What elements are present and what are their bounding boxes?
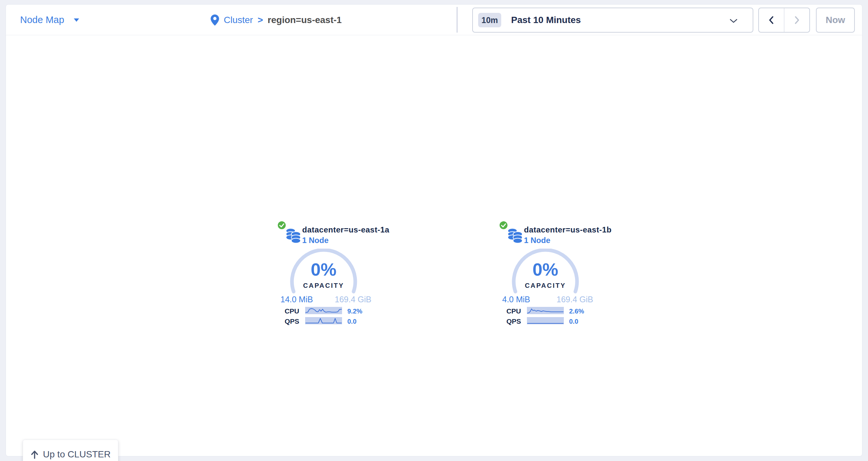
caret-down-icon — [73, 18, 80, 22]
view-selector-dropdown[interactable]: Node Map — [20, 5, 80, 35]
cpu-sparkline — [527, 307, 564, 314]
locality-name: datacenter=us-east-1b — [524, 225, 612, 234]
time-window-dropdown[interactable]: 10m Past 10 Minutes — [472, 7, 753, 33]
breadcrumb-separator: > — [258, 15, 263, 25]
view-selector-label: Node Map — [20, 14, 64, 25]
capacity-total: 169.4 GiB — [335, 294, 371, 304]
capacity-percent: 0% — [511, 260, 580, 278]
chevron-left-icon — [768, 15, 775, 25]
locality-node-count: 1 Node — [524, 236, 550, 245]
breadcrumb-cluster-link[interactable]: Cluster — [224, 15, 253, 25]
cpu-sparkline — [305, 307, 342, 314]
node-map-canvas: datacenter=us-east-1a 1 Node 0% CAPACITY… — [6, 36, 862, 457]
top-bar: Node Map Cluster > region=us-east-1 10m … — [6, 5, 862, 35]
cpu-metric-row: CPU 9.2% — [277, 307, 389, 315]
qps-metric-row: QPS 0.0 — [277, 317, 389, 325]
time-window-badge: 10m — [478, 13, 501, 27]
capacity-total: 169.4 GiB — [557, 294, 593, 304]
up-to-cluster-button[interactable]: Up to CLUSTER — [23, 439, 118, 461]
capacity-label: CAPACITY — [507, 282, 583, 290]
qps-metric-row: QPS 0.0 — [499, 317, 611, 325]
locality-name: datacenter=us-east-1a — [302, 225, 390, 234]
time-window-label: Past 10 Minutes — [511, 15, 581, 25]
breadcrumb: Cluster > region=us-east-1 — [211, 5, 342, 35]
node-map-panel: Node Map Cluster > region=us-east-1 10m … — [6, 4, 862, 456]
chevron-down-icon — [730, 19, 738, 23]
locality-node-count: 1 Node — [302, 236, 329, 245]
qps-value: 0.0 — [347, 318, 356, 325]
capacity-row: 14.0 MiB 169.4 GiB — [280, 294, 371, 304]
qps-sparkline — [305, 317, 342, 324]
capacity-used: 14.0 MiB — [280, 294, 313, 304]
cpu-label: CPU — [499, 307, 521, 315]
capacity-label: CAPACITY — [286, 282, 362, 290]
locality-card-us-east-1b[interactable]: datacenter=us-east-1b 1 Node 0% CAPACITY… — [499, 221, 611, 330]
arrow-up-icon — [30, 450, 39, 459]
chevron-right-icon — [794, 15, 800, 25]
capacity-row: 4.0 MiB 169.4 GiB — [502, 294, 593, 304]
time-next-button[interactable] — [784, 8, 809, 32]
now-button[interactable]: Now — [816, 7, 855, 33]
qps-value: 0.0 — [569, 318, 578, 325]
qps-label: QPS — [277, 318, 299, 325]
map-pin-icon — [211, 14, 219, 26]
cpu-label: CPU — [277, 307, 299, 315]
header-divider — [457, 7, 457, 33]
qps-label: QPS — [499, 318, 521, 325]
qps-sparkline — [527, 317, 564, 324]
time-prev-button[interactable] — [759, 8, 784, 32]
capacity-percent: 0% — [289, 260, 358, 278]
cpu-value: 2.6% — [569, 307, 584, 315]
capacity-used: 4.0 MiB — [502, 294, 530, 304]
locality-card-us-east-1a[interactable]: datacenter=us-east-1a 1 Node 0% CAPACITY… — [277, 221, 389, 330]
breadcrumb-current: region=us-east-1 — [268, 15, 342, 25]
database-stack-icon — [285, 227, 302, 243]
up-to-cluster-label: Up to CLUSTER — [43, 449, 111, 460]
database-stack-icon — [507, 227, 523, 243]
cpu-metric-row: CPU 2.6% — [499, 307, 611, 315]
cpu-value: 9.2% — [347, 307, 363, 315]
time-nav-group — [758, 7, 810, 33]
